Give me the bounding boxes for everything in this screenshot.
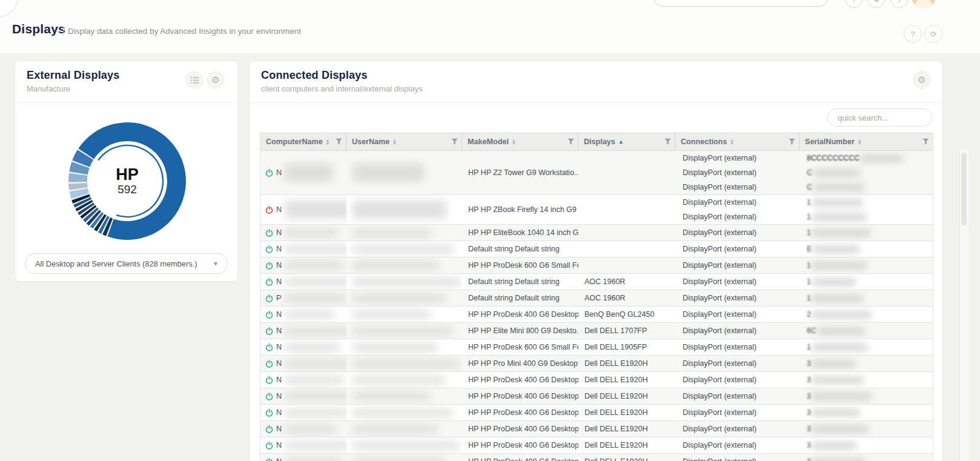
power-status-icon-on [265,278,273,286]
column-header-computername[interactable]: ComputerName▲▼ [260,133,346,150]
column-header-displays[interactable]: Displays▲ [578,133,675,150]
redacted-text [353,327,453,335]
connection-entry: DisplayPort (external) [683,242,757,256]
chart-settings-icon[interactable]: ⚙ [207,71,225,89]
filter-icon[interactable] [789,136,795,147]
sort-icon[interactable]: ▲▼ [730,139,733,145]
connection-entry: DisplayPort (external) [683,151,757,165]
column-label: UserName [352,138,389,146]
column-header-makemodel[interactable]: MakeModel▲▼ [462,133,578,150]
redacted-text [285,278,346,286]
computer-name-initial: N [276,376,282,384]
redacted-text [812,199,862,207]
sort-icon[interactable]: ▲▼ [858,139,861,145]
table-row[interactable]: NHP HP ProDesk 400 G6 Desktop...Dell DEL… [260,421,933,437]
table-row[interactable]: NHP HP ProDesk 400 G6 Desktop...Dell DEL… [260,372,933,388]
table-row[interactable]: NHP HP ProDesk 600 G6 Small Fo...Dell DE… [260,339,933,356]
cell-connections: DisplayPort (external) [675,437,800,453]
column-header-serialnumber[interactable]: SerialNumber▲▼ [800,133,933,150]
client-group-dropdown[interactable]: All Desktop and Server Clients (828 memb… [25,253,228,274]
connection-entry: DisplayPort (external) [683,373,757,387]
table-settings-icon[interactable]: ⚙ [913,71,931,89]
sort-icon[interactable]: ▲▼ [512,139,515,145]
serial-entry: E [807,242,859,256]
redacted-text [812,425,868,433]
card-divider [15,102,237,103]
power-status-icon-on [265,245,273,253]
serial-entry: 3 [807,454,864,461]
table-row[interactable]: NHP HP ProDesk 400 G6 Desktop...Dell DEL… [260,437,933,454]
filter-icon[interactable] [922,136,929,147]
vertical-scrollbar[interactable] [959,150,970,461]
redacted-text [285,393,346,400]
page-help-button[interactable]: ? [904,25,922,43]
table-row[interactable]: PDefault string Default stringAOC 1960RD… [260,290,933,307]
sort-icon[interactable]: ▲▼ [326,139,329,145]
computer-name-initial: N [276,277,282,286]
table-row[interactable]: NHP HP ProDesk 400 G6 Desktop...BenQ Ben… [260,307,933,323]
table-row[interactable]: NHP HP Z2 Tower G9 Workstatio...DisplayP… [260,151,933,195]
donut-segment[interactable] [68,173,88,182]
power-status-icon-on [265,343,273,351]
cell-serialnumber: 1 [800,274,933,290]
card-divider [250,102,942,103]
table-row[interactable]: NDefault string Default stringDisplayPor… [260,241,933,257]
cell-username [346,323,462,339]
cell-computername: P [260,290,346,306]
serial-entry: C [807,180,864,194]
filter-icon[interactable] [336,136,342,147]
redacted-text [285,343,340,351]
cell-makemodel: HP HP Elite Mini 800 G9 Deskto... [462,323,578,339]
power-status-icon-on [265,294,273,302]
redacted-text [353,409,452,417]
sort-icon[interactable]: ▲▼ [392,139,396,145]
filter-icon[interactable] [451,136,458,147]
cell-makemodel: HP HP ZBook Firefly 14 inch G9 ... [462,195,578,224]
redacted-text [353,262,439,270]
serial-entry: 6C [807,323,865,338]
cell-connections: DisplayPort (external) [675,225,800,240]
page-refresh-button[interactable]: ⟳ [924,25,942,43]
global-search-input[interactable] [653,0,829,7]
external-displays-title: External Displays [27,69,119,82]
table-row[interactable]: NHP HP ProDesk 400 G6 Desktop...Dell DEL… [260,454,933,461]
cell-displays [578,257,675,273]
cell-serialnumber: 1 [800,339,933,355]
cell-computername: N [260,307,346,322]
redacted-text [353,343,438,351]
sort-ascending-icon[interactable]: ▲ [618,139,624,145]
donut-selected-ring [98,145,163,217]
redacted-text [812,458,864,461]
table-row[interactable]: NHP HP ProDesk 400 G6 Desktop...Dell DEL… [260,388,933,405]
table-row[interactable]: NDefault string Default stringAOC 1960RD… [260,274,933,290]
redacted-text [813,184,864,191]
filter-icon[interactable] [664,136,671,147]
table-row[interactable]: NHP HP Elite Mini 800 G9 Deskto...Dell D… [260,323,933,339]
cell-makemodel: HP HP ProDesk 400 G6 Desktop... [462,388,578,404]
cell-serialnumber: 3 [800,372,933,388]
table-row[interactable]: NHP HP ProDesk 400 G6 Desktop...Dell DEL… [260,405,933,421]
cell-connections: DisplayPort (external) [675,339,800,355]
cell-makemodel: HP HP EliteBook 1040 14 inch G9... [462,225,578,240]
quick-search-input[interactable] [827,108,932,127]
table-row[interactable]: NHP HP Pro Mini 400 G9 Desktop ...Dell D… [260,356,933,372]
cell-displays: Dell DELL E1920H [578,372,675,388]
redacted-text [353,442,460,449]
manufacturer-donut-chart: HP 592 [61,114,194,248]
table-row[interactable]: NHP HP ZBook Firefly 14 inch G9 ...Displ… [260,195,933,225]
table-header-row: ComputerName▲▼UserName▲▼MakeModel▲▼Displ… [260,133,933,151]
filter-icon[interactable] [568,136,574,147]
column-header-connections[interactable]: Connections▲▼ [675,133,800,150]
table-row[interactable]: NHP HP ProDesk 600 G6 Small Fo...Display… [260,257,933,274]
list-view-icon[interactable] [185,71,204,89]
connection-entry: DisplayPort (external) [683,210,757,224]
table-row[interactable]: NHP HP EliteBook 1040 14 inch G9...Displ… [260,225,933,241]
redacted-text [812,229,870,237]
redacted-text [812,393,872,400]
cell-displays: Dell DELL E1920H [578,454,675,461]
column-header-username[interactable]: UserName▲▼ [346,133,462,150]
cell-connections: DisplayPort (external) [675,257,800,273]
scrollbar-thumb[interactable] [961,153,967,225]
serial-lead-fragment: 6C [807,327,816,335]
cell-makemodel: HP HP ProDesk 400 G6 Desktop... [462,421,578,437]
